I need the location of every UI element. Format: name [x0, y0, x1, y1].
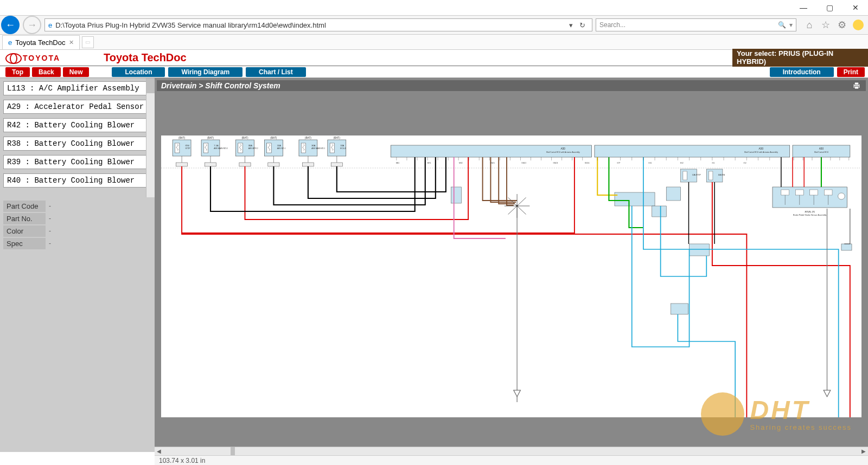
- part-list: L113 : A/C Amplifier Assembly A29 : Acce…: [0, 78, 155, 197]
- svg-text:10A IGN: 10A IGN: [718, 174, 725, 176]
- svg-text:A50: A50: [759, 147, 764, 150]
- prop-color: Color -: [3, 225, 155, 237]
- close-window-button[interactable]: ✕: [847, 3, 864, 12]
- svg-rect-1: [854, 82, 859, 85]
- browser-toolbar: ⌂ ☆ ⚙: [800, 20, 864, 30]
- scroll-left-icon[interactable]: ◀: [155, 448, 163, 454]
- refresh-icon[interactable]: ↻: [576, 21, 589, 29]
- svg-text:Skid Control ECU: Skid Control ECU: [814, 151, 829, 153]
- svg-rect-59: [709, 171, 713, 180]
- forward-button[interactable]: →: [23, 16, 41, 34]
- svg-rect-11: [203, 143, 208, 153]
- svg-text:GND1: GND1: [490, 162, 495, 164]
- minimize-button[interactable]: —: [795, 3, 812, 12]
- list-scrollbar[interactable]: [146, 78, 155, 197]
- prop-spec: Spec -: [3, 238, 155, 249]
- svg-rect-77: [690, 244, 710, 256]
- svg-text:MR2: MR2: [459, 162, 463, 164]
- list-item[interactable]: R38 : Battery Cooling Blower: [3, 137, 151, 151]
- svg-rect-43: [331, 163, 342, 166]
- svg-text:STP: STP: [617, 162, 620, 164]
- svg-text:A35(A), (B): A35(A), (B): [805, 211, 815, 213]
- svg-text:IG1: IG1: [712, 162, 714, 164]
- list-item[interactable]: L113 : A/C Amplifier Assembly: [3, 81, 151, 95]
- back-nav-button[interactable]: Back: [32, 67, 61, 77]
- svg-rect-39: [330, 143, 334, 153]
- svg-rect-18: [238, 143, 242, 153]
- back-button[interactable]: ←: [1, 16, 20, 34]
- list-item[interactable]: R39 : Battery Cooling Blower: [3, 155, 151, 169]
- smiley-icon[interactable]: [853, 20, 864, 30]
- nav-button-row: Top Back New Location Wiring Diagram Cha…: [0, 66, 868, 78]
- search-dropdown-icon[interactable]: ▾: [786, 21, 793, 29]
- svg-text:A50: A50: [819, 147, 824, 150]
- address-bar[interactable]: e D:\Toyota Prius Plug-In Hybrid ZVW35 S…: [44, 18, 592, 31]
- intro-button[interactable]: Introduction: [770, 67, 834, 77]
- breadcrumb: Drivetrain > Shift Control System: [161, 81, 280, 90]
- watermark-logo-icon: [701, 392, 744, 436]
- wiring-diagram[interactable]: (BAT)IGNSTOP(BAT)7.5AABS MAIN NO.3(BAT)3…: [161, 135, 861, 417]
- svg-line-84: [508, 206, 517, 215]
- svg-point-70: [838, 193, 845, 199]
- watermark-small: Sharing creates success: [750, 423, 852, 431]
- svg-text:ABS MAIN NO.1: ABS MAIN NO.1: [311, 147, 325, 150]
- svg-text:ABS MAIN NO.3: ABS MAIN NO.3: [214, 147, 227, 150]
- coords-label: 103.74 x 3.01 in: [159, 457, 205, 464]
- addr-dropdown-icon[interactable]: ▾: [566, 21, 576, 29]
- favorites-icon[interactable]: ☆: [820, 20, 831, 30]
- print-icon[interactable]: [852, 81, 861, 91]
- svg-text:(BAT): (BAT): [305, 137, 312, 139]
- home-icon[interactable]: ⌂: [804, 20, 815, 30]
- search-placeholder: Search...: [599, 21, 778, 29]
- toyota-logo: TOYOTA: [0, 53, 66, 63]
- horizontal-scrollbar[interactable]: ◀ ▶: [155, 447, 868, 455]
- svg-text:ES1: ES1: [649, 162, 652, 164]
- watermark-big: DHT: [750, 397, 852, 423]
- chart-button[interactable]: Chart / List: [246, 67, 306, 77]
- svg-rect-68: [824, 190, 832, 195]
- svg-rect-4: [175, 143, 179, 153]
- svg-text:30A: 30A: [248, 144, 253, 147]
- new-tab-button[interactable]: ▭: [82, 36, 94, 48]
- new-button[interactable]: New: [63, 67, 90, 77]
- print-button[interactable]: Print: [837, 67, 865, 77]
- svg-rect-75: [652, 206, 666, 217]
- svg-text:GND4: GND4: [585, 162, 590, 164]
- svg-rect-79: [841, 244, 852, 250]
- main-area: L113 : A/C Amplifier Assembly A29 : Acce…: [0, 78, 868, 452]
- search-input[interactable]: Search... 🔍 ▾: [596, 18, 796, 31]
- svg-text:(BAT): (BAT): [270, 137, 277, 139]
- wiring-button[interactable]: Wiring Diagram: [168, 67, 242, 77]
- svg-text:IG2: IG2: [744, 162, 746, 164]
- maximize-button[interactable]: ▢: [821, 3, 838, 12]
- tab-techdoc[interactable]: e Toyota TechDoc ✕: [2, 35, 80, 49]
- svg-rect-25: [267, 143, 271, 153]
- toyota-ovals-icon: [5, 53, 21, 63]
- settings-icon[interactable]: ⚙: [837, 20, 847, 30]
- search-icon[interactable]: 🔍: [778, 21, 786, 29]
- svg-text:(BAT): (BAT): [241, 137, 248, 139]
- svg-rect-76: [666, 187, 680, 201]
- svg-text:IGN: IGN: [185, 144, 189, 147]
- svg-text:ABS NO.1: ABS NO.1: [277, 147, 286, 150]
- scroll-right-icon[interactable]: ▶: [859, 448, 868, 454]
- prop-partno: Part No. -: [3, 213, 155, 224]
- svg-text:A50: A50: [561, 147, 566, 150]
- properties-panel: Part Code - Part No. - Color - Spec -: [0, 197, 155, 250]
- app-header: TOYOTA Toyota TechDoc Your select: PRIUS…: [0, 50, 868, 66]
- list-item[interactable]: A29 : Accelerator Pedal Sensor: [3, 100, 151, 114]
- svg-text:30A: 30A: [311, 144, 316, 147]
- list-item[interactable]: R40 : Battery Cooling Blower: [3, 173, 151, 188]
- top-button[interactable]: Top: [5, 67, 30, 77]
- svg-text:10A: 10A: [277, 144, 282, 147]
- list-item[interactable]: R42 : Battery Cooling Blower: [3, 118, 151, 132]
- location-button[interactable]: Location: [112, 67, 165, 77]
- tab-title: Toyota TechDoc: [15, 38, 65, 47]
- svg-text:STOP: STOP: [185, 147, 190, 150]
- svg-text:MR1: MR1: [427, 162, 431, 164]
- svg-text:Skid Control ECU with Actuator: Skid Control ECU with Actuator Assembly: [546, 151, 580, 153]
- tab-close-icon[interactable]: ✕: [69, 39, 74, 46]
- svg-rect-15: [205, 163, 216, 166]
- svg-text:(BAT): (BAT): [178, 137, 186, 139]
- svg-line-82: [517, 206, 526, 215]
